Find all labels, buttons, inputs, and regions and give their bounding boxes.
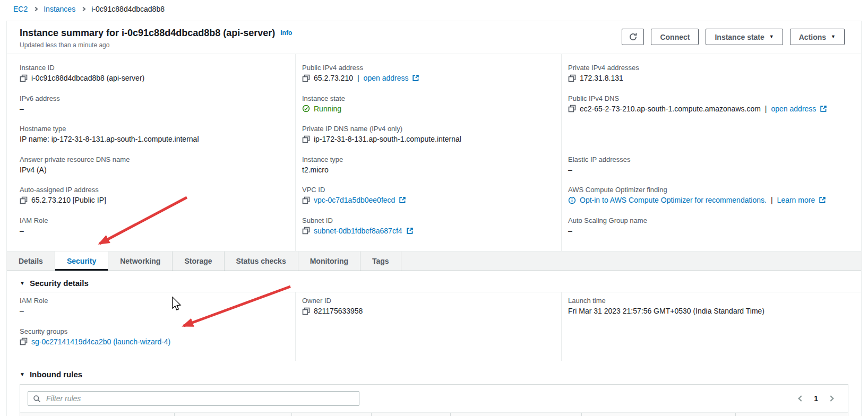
tab-tags[interactable]: Tags bbox=[360, 252, 401, 271]
page-header: Instance summary for i-0c91c88d4dbcad8b8… bbox=[7, 21, 861, 54]
field-link[interactable]: sg-0c27141419d4ca2b0 (launch-wizard-4) bbox=[31, 337, 170, 346]
field-value: i-0c91c88d4dbcad8b8 (api-server) bbox=[20, 74, 290, 82]
field-instance-type: Instance typet2.micro bbox=[302, 151, 556, 182]
field-value-text: ip-172-31-8-131.ap-south-1.compute.inter… bbox=[314, 135, 461, 143]
inbound-rules-table-header: NameSecurity group rule IDPort rangeProt… bbox=[20, 412, 848, 416]
field-link[interactable]: Learn more bbox=[777, 196, 815, 204]
title-block: Instance summary for i-0c91c88d4dbcad8b8… bbox=[20, 28, 292, 49]
pipe-separator: | bbox=[771, 196, 773, 204]
field-public-ipv4-dns: Public IPv4 DNSec2-65-2-73-210.ap-south-… bbox=[568, 90, 856, 121]
column-header-security-groups[interactable]: Security groups bbox=[581, 413, 735, 416]
field-label: Public IPv4 address bbox=[302, 59, 556, 72]
summary-column-2: Public IPv4 address65.2.73.210|open addr… bbox=[295, 54, 561, 251]
field-label: IAM Role bbox=[20, 292, 290, 305]
external-link-icon[interactable] bbox=[412, 74, 419, 82]
chevron-right-icon bbox=[33, 7, 38, 11]
field-value: – bbox=[20, 105, 290, 113]
field-link[interactable]: open address bbox=[771, 105, 817, 113]
column-header-protocol[interactable]: Protocol bbox=[371, 413, 450, 416]
tab-details[interactable]: Details bbox=[7, 252, 55, 271]
external-link-icon[interactable] bbox=[406, 227, 414, 235]
column-header-port-range[interactable]: Port range bbox=[291, 413, 371, 416]
instance-state-button[interactable]: Instance state▼ bbox=[706, 29, 783, 45]
field-label: Private IPv4 addresses bbox=[568, 59, 856, 72]
page-title: Instance summary for i-0c91c88d4dbcad8b8… bbox=[20, 28, 275, 38]
field-value-text: 172.31.8.131 bbox=[580, 74, 623, 82]
field-label: AWS Compute Optimizer finding bbox=[568, 181, 856, 194]
copy-icon[interactable] bbox=[20, 196, 28, 204]
refresh-button[interactable] bbox=[622, 29, 644, 45]
field-label: Launch time bbox=[568, 292, 856, 305]
actions-label: Actions bbox=[799, 33, 826, 41]
security-details-header[interactable]: ▼ Security details bbox=[20, 279, 848, 288]
field-label: Instance ID bbox=[20, 59, 290, 72]
external-link-icon[interactable] bbox=[399, 196, 406, 204]
field-ipv6-address: IPv6 address– bbox=[20, 90, 290, 121]
field-value: 172.31.8.131 bbox=[568, 74, 856, 82]
field-link[interactable]: Opt-in to AWS Compute Optimizer for reco… bbox=[580, 196, 767, 204]
actions-button[interactable]: Actions▼ bbox=[790, 29, 845, 45]
instance-summary-panel: Instance summary for i-0c91c88d4dbcad8b8… bbox=[6, 21, 862, 416]
breadcrumb-link-instances[interactable]: Instances bbox=[44, 5, 75, 13]
field-value-text: 65.2.73.210 [Public IP] bbox=[31, 196, 106, 204]
tab-monitoring[interactable]: Monitoring bbox=[298, 252, 360, 271]
breadcrumb-link-ec2[interactable]: EC2 bbox=[13, 5, 28, 13]
field-value: 65.2.73.210 [Public IP] bbox=[20, 196, 290, 204]
copy-icon[interactable] bbox=[568, 74, 576, 82]
tab-networking[interactable]: Networking bbox=[108, 252, 173, 271]
tab-security[interactable]: Security bbox=[55, 252, 108, 271]
info-icon[interactable] bbox=[568, 196, 576, 204]
field-auto-scaling-group-name: Auto Scaling Group name– bbox=[568, 212, 856, 243]
field-label: Elastic IP addresses bbox=[568, 151, 856, 163]
column-header-description[interactable]: Description bbox=[735, 413, 848, 416]
field-vpc-id: VPC IDvpc-0c7d1a5db0ee0fecd bbox=[302, 181, 556, 212]
column-header-source[interactable]: Source bbox=[450, 413, 581, 416]
field-link[interactable]: vpc-0c7d1a5db0ee0fecd bbox=[314, 196, 395, 204]
copy-icon[interactable] bbox=[302, 74, 310, 82]
field-iam-role: IAM Role– bbox=[20, 292, 290, 323]
section-title: Inbound rules bbox=[30, 370, 82, 379]
field-instance-state: Instance stateRunning bbox=[302, 90, 556, 121]
field-value-text: – bbox=[20, 105, 24, 113]
column-header-security-group-rule-id[interactable]: Security group rule ID bbox=[174, 413, 291, 416]
field-link[interactable]: subnet-0db1fdbef8a687cf4 bbox=[314, 227, 402, 235]
copy-icon[interactable] bbox=[568, 105, 576, 112]
connect-button[interactable]: Connect bbox=[651, 29, 699, 45]
info-link[interactable]: Info bbox=[280, 29, 292, 37]
external-link-icon[interactable] bbox=[820, 105, 827, 112]
field-subnet-id: Subnet IDsubnet-0db1fdbef8a687cf4 bbox=[302, 212, 556, 243]
inbound-rules-header[interactable]: ▼ Inbound rules bbox=[20, 370, 848, 379]
chevron-right-icon bbox=[81, 7, 85, 11]
field-value: 65.2.73.210|open address bbox=[302, 74, 556, 82]
field-value: 821175633958 bbox=[302, 307, 556, 315]
chevron-left-icon[interactable] bbox=[798, 395, 804, 401]
column-header-name[interactable]: Name bbox=[20, 413, 174, 416]
copy-icon[interactable] bbox=[20, 337, 28, 345]
security-column-1: IAM Role–Security groupssg-0c27141419d4c… bbox=[7, 292, 295, 361]
breadcrumb: EC2Instancesi-0c91c88d4dbcad8b8 bbox=[0, 0, 868, 18]
field-value: IPv4 (A) bbox=[20, 166, 290, 174]
copy-icon[interactable] bbox=[302, 307, 310, 315]
copy-icon[interactable] bbox=[20, 74, 28, 82]
tab-storage[interactable]: Storage bbox=[173, 252, 224, 271]
field-aws-compute-optimizer-finding: AWS Compute Optimizer findingOpt-in to A… bbox=[568, 181, 856, 212]
copy-icon[interactable] bbox=[302, 135, 310, 143]
page-number[interactable]: 1 bbox=[814, 394, 818, 403]
field-label: Answer private resource DNS name bbox=[20, 151, 290, 163]
external-link-icon[interactable] bbox=[819, 196, 826, 204]
filter-rules-input[interactable] bbox=[45, 394, 354, 403]
field-iam-role: IAM Role– bbox=[20, 212, 290, 243]
tab-status-checks[interactable]: Status checks bbox=[225, 252, 298, 271]
summary-column-1: Instance IDi-0c91c88d4dbcad8b8 (api-serv… bbox=[7, 54, 295, 251]
field-value-text: IPv4 (A) bbox=[20, 166, 47, 174]
summary-column-3: Private IPv4 addresses172.31.8.131Public… bbox=[561, 54, 861, 251]
field-label: Auto Scaling Group name bbox=[568, 212, 856, 224]
copy-icon[interactable] bbox=[302, 227, 310, 235]
chevron-right-icon[interactable] bbox=[828, 395, 833, 401]
field-value: subnet-0db1fdbef8a687cf4 bbox=[302, 227, 556, 235]
field-value-text: – bbox=[20, 227, 24, 235]
field-link[interactable]: open address bbox=[364, 74, 409, 82]
filter-rules-box bbox=[28, 391, 359, 406]
field-value: – bbox=[568, 166, 856, 174]
copy-icon[interactable] bbox=[302, 196, 310, 204]
